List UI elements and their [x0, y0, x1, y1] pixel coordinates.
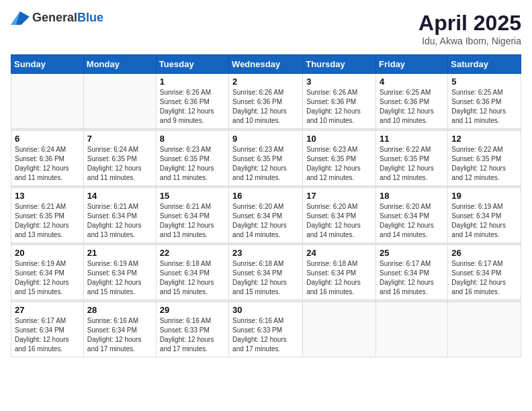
day-info: Sunrise: 6:17 AM Sunset: 6:34 PM Dayligh…: [380, 259, 444, 297]
logo-blue: Blue: [77, 11, 103, 24]
day-info: Sunrise: 6:17 AM Sunset: 6:34 PM Dayligh…: [15, 316, 80, 354]
week-row-5: 27Sunrise: 6:17 AM Sunset: 6:34 PM Dayli…: [11, 302, 521, 357]
calendar-cell: [448, 302, 521, 357]
logo-general: General: [32, 11, 77, 24]
day-number: 15: [160, 191, 225, 201]
calendar-cell: 29Sunrise: 6:16 AM Sunset: 6:33 PM Dayli…: [156, 302, 228, 357]
week-row-4: 20Sunrise: 6:19 AM Sunset: 6:34 PM Dayli…: [11, 245, 521, 300]
calendar-cell: 30Sunrise: 6:16 AM Sunset: 6:33 PM Dayli…: [229, 302, 303, 357]
day-info: Sunrise: 6:19 AM Sunset: 6:34 PM Dayligh…: [87, 259, 152, 297]
weekday-header-monday: Monday: [83, 55, 156, 74]
calendar-cell: 28Sunrise: 6:16 AM Sunset: 6:34 PM Dayli…: [83, 302, 156, 357]
calendar-cell: 9Sunrise: 6:23 AM Sunset: 6:35 PM Daylig…: [229, 131, 303, 186]
calendar-cell: 15Sunrise: 6:21 AM Sunset: 6:34 PM Dayli…: [156, 188, 228, 243]
weekday-header-friday: Friday: [376, 55, 448, 74]
calendar-cell: 17Sunrise: 6:20 AM Sunset: 6:34 PM Dayli…: [303, 188, 376, 243]
calendar-cell: 8Sunrise: 6:23 AM Sunset: 6:35 PM Daylig…: [156, 131, 228, 186]
day-info: Sunrise: 6:23 AM Sunset: 6:35 PM Dayligh…: [306, 145, 372, 183]
calendar-cell: 16Sunrise: 6:20 AM Sunset: 6:34 PM Dayli…: [229, 188, 303, 243]
calendar-cell: 10Sunrise: 6:23 AM Sunset: 6:35 PM Dayli…: [303, 131, 376, 186]
day-number: 22: [160, 248, 225, 258]
day-number: 9: [232, 134, 299, 144]
day-info: Sunrise: 6:26 AM Sunset: 6:36 PM Dayligh…: [306, 88, 372, 126]
calendar-cell: 22Sunrise: 6:18 AM Sunset: 6:34 PM Dayli…: [156, 245, 228, 300]
calendar-cell: 11Sunrise: 6:22 AM Sunset: 6:35 PM Dayli…: [376, 131, 448, 186]
weekday-header-tuesday: Tuesday: [156, 55, 228, 74]
calendar-cell: 27Sunrise: 6:17 AM Sunset: 6:34 PM Dayli…: [11, 302, 84, 357]
weekday-header-thursday: Thursday: [303, 55, 376, 74]
day-number: 2: [232, 77, 299, 87]
weekday-header-wednesday: Wednesday: [229, 55, 303, 74]
weekday-header-row: SundayMondayTuesdayWednesdayThursdayFrid…: [11, 55, 521, 74]
week-row-1: 1Sunrise: 6:26 AM Sunset: 6:36 PM Daylig…: [11, 74, 521, 129]
day-info: Sunrise: 6:25 AM Sunset: 6:36 PM Dayligh…: [451, 88, 517, 126]
day-info: Sunrise: 6:21 AM Sunset: 6:34 PM Dayligh…: [160, 202, 225, 240]
calendar-cell: 2Sunrise: 6:26 AM Sunset: 6:36 PM Daylig…: [229, 74, 303, 129]
logo-icon: [11, 11, 30, 25]
day-number: 10: [306, 134, 372, 144]
calendar-cell: 24Sunrise: 6:18 AM Sunset: 6:34 PM Dayli…: [303, 245, 376, 300]
day-number: 27: [15, 305, 80, 315]
calendar-cell: [83, 74, 156, 129]
weekday-header-sunday: Sunday: [11, 55, 84, 74]
calendar-cell: 25Sunrise: 6:17 AM Sunset: 6:34 PM Dayli…: [376, 245, 448, 300]
calendar-cell: 5Sunrise: 6:25 AM Sunset: 6:36 PM Daylig…: [448, 74, 521, 129]
calendar-cell: 23Sunrise: 6:18 AM Sunset: 6:34 PM Dayli…: [229, 245, 303, 300]
calendar-cell: 19Sunrise: 6:19 AM Sunset: 6:34 PM Dayli…: [448, 188, 521, 243]
weekday-header-saturday: Saturday: [448, 55, 521, 74]
day-number: 29: [160, 305, 225, 315]
day-number: 12: [451, 134, 517, 144]
day-info: Sunrise: 6:16 AM Sunset: 6:34 PM Dayligh…: [87, 316, 152, 354]
day-number: 7: [87, 134, 152, 144]
calendar-cell: [303, 302, 376, 357]
day-info: Sunrise: 6:26 AM Sunset: 6:36 PM Dayligh…: [160, 88, 225, 126]
day-info: Sunrise: 6:19 AM Sunset: 6:34 PM Dayligh…: [451, 202, 517, 240]
calendar-cell: 26Sunrise: 6:17 AM Sunset: 6:34 PM Dayli…: [448, 245, 521, 300]
day-info: Sunrise: 6:16 AM Sunset: 6:33 PM Dayligh…: [160, 316, 225, 354]
week-row-3: 13Sunrise: 6:21 AM Sunset: 6:35 PM Dayli…: [11, 188, 521, 243]
day-info: Sunrise: 6:21 AM Sunset: 6:35 PM Dayligh…: [15, 202, 80, 240]
day-number: 17: [306, 191, 372, 201]
day-info: Sunrise: 6:22 AM Sunset: 6:35 PM Dayligh…: [380, 145, 444, 183]
day-info: Sunrise: 6:26 AM Sunset: 6:36 PM Dayligh…: [232, 88, 299, 126]
calendar-cell: 13Sunrise: 6:21 AM Sunset: 6:35 PM Dayli…: [11, 188, 84, 243]
calendar-cell: 21Sunrise: 6:19 AM Sunset: 6:34 PM Dayli…: [83, 245, 156, 300]
day-info: Sunrise: 6:19 AM Sunset: 6:34 PM Dayligh…: [15, 259, 80, 297]
calendar-table: SundayMondayTuesdayWednesdayThursdayFrid…: [11, 54, 521, 357]
day-number: 3: [306, 77, 372, 87]
calendar-cell: 20Sunrise: 6:19 AM Sunset: 6:34 PM Dayli…: [11, 245, 84, 300]
day-number: 18: [380, 191, 444, 201]
day-info: Sunrise: 6:18 AM Sunset: 6:34 PM Dayligh…: [232, 259, 299, 297]
title-area: April 2025 Idu, Akwa Ibom, Nigeria: [418, 11, 521, 46]
calendar-cell: 18Sunrise: 6:20 AM Sunset: 6:34 PM Dayli…: [376, 188, 448, 243]
day-number: 25: [380, 248, 444, 258]
day-number: 23: [232, 248, 299, 258]
day-number: 11: [380, 134, 444, 144]
day-number: 21: [87, 248, 152, 258]
header: GeneralBlue April 2025 Idu, Akwa Ibom, N…: [11, 11, 521, 46]
day-number: 19: [451, 191, 517, 201]
day-number: 14: [87, 191, 152, 201]
day-number: 30: [232, 305, 299, 315]
day-info: Sunrise: 6:20 AM Sunset: 6:34 PM Dayligh…: [306, 202, 372, 240]
day-number: 28: [87, 305, 152, 315]
calendar-cell: [376, 302, 448, 357]
calendar-cell: 6Sunrise: 6:24 AM Sunset: 6:36 PM Daylig…: [11, 131, 84, 186]
day-info: Sunrise: 6:24 AM Sunset: 6:36 PM Dayligh…: [15, 145, 80, 183]
calendar-cell: 14Sunrise: 6:21 AM Sunset: 6:34 PM Dayli…: [83, 188, 156, 243]
day-info: Sunrise: 6:20 AM Sunset: 6:34 PM Dayligh…: [232, 202, 299, 240]
day-info: Sunrise: 6:25 AM Sunset: 6:36 PM Dayligh…: [380, 88, 444, 126]
day-number: 13: [15, 191, 80, 201]
day-number: 1: [160, 77, 225, 87]
calendar-cell: 1Sunrise: 6:26 AM Sunset: 6:36 PM Daylig…: [156, 74, 228, 129]
month-year: April 2025: [418, 11, 521, 36]
logo: GeneralBlue: [11, 11, 103, 25]
day-number: 24: [306, 248, 372, 258]
day-number: 6: [15, 134, 80, 144]
week-row-2: 6Sunrise: 6:24 AM Sunset: 6:36 PM Daylig…: [11, 131, 521, 186]
day-number: 16: [232, 191, 299, 201]
day-number: 26: [451, 248, 517, 258]
location: Idu, Akwa Ibom, Nigeria: [418, 36, 521, 46]
day-number: 5: [451, 77, 517, 87]
day-number: 8: [160, 134, 225, 144]
